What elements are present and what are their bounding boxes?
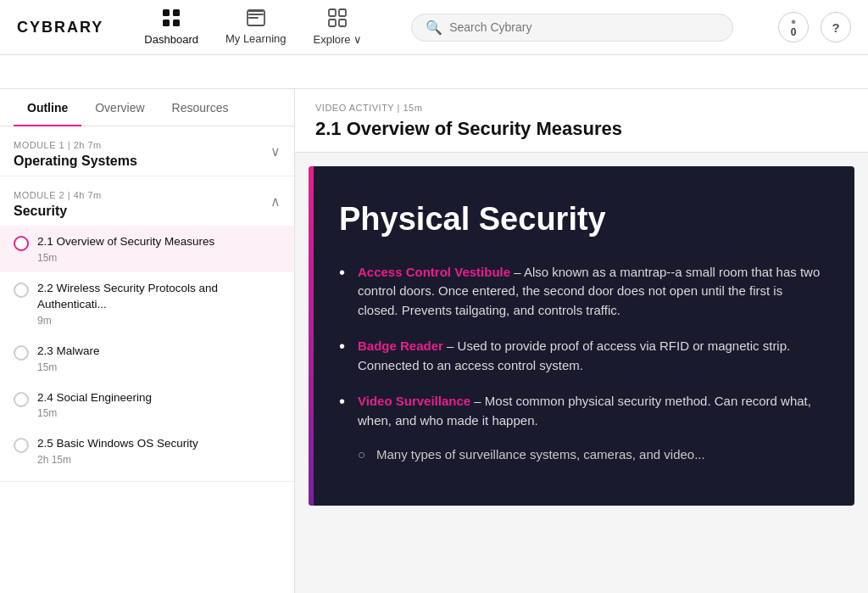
lesson-radio-2-2 <box>14 283 29 298</box>
search-icon: 🔍 <box>426 20 442 36</box>
sidebar: Outline Overview Resources MODULE 1 | 2h… <box>0 89 295 593</box>
slide-term-2: Badge Reader <box>358 338 443 353</box>
help-icon: ? <box>832 20 839 35</box>
sidebar-tabs: Outline Overview Resources <box>0 89 294 126</box>
navbar-right: ● 0 ? <box>778 12 851 42</box>
slide-title: Physical Security <box>339 200 824 239</box>
slide-bullet-1: • Access Control Vestibule – Also known … <box>339 263 824 321</box>
nav-label-my-learning: My Learning <box>225 32 287 45</box>
tab-resources[interactable]: Resources <box>159 89 242 126</box>
explore-icon <box>328 8 347 30</box>
module-1-label: MODULE 1 | 2h 7m <box>14 140 137 150</box>
sub-bullet-dot: ○ <box>358 447 368 462</box>
lesson-radio-2-3 <box>14 345 29 361</box>
lesson-duration-2-2: 9m <box>37 315 281 327</box>
slide-sub-text-1: Many types of surveillance systems, came… <box>376 447 705 462</box>
tab-overview[interactable]: Overview <box>81 89 158 126</box>
activity-label: VIDEO ACTIVITY | 15m <box>315 103 848 113</box>
lesson-duration-2-5: 2h 15m <box>37 454 198 466</box>
nav-items: Dashboard My Learning Explor <box>132 2 374 53</box>
lesson-title-2-4: 2.4 Social Engineering <box>37 390 152 406</box>
svg-rect-0 <box>163 9 170 16</box>
slide-bullet-2: • Badge Reader – Used to provide proof o… <box>339 337 824 375</box>
lesson-item-2-4[interactable]: 2.4 Social Engineering 15m <box>0 382 294 428</box>
lesson-title-2-5: 2.5 Basic Windows OS Security <box>37 436 198 452</box>
nav-item-explore[interactable]: Explore ∨ <box>302 2 375 53</box>
slide-accent-bar <box>309 166 314 506</box>
lesson-radio-2-5 <box>14 438 29 453</box>
bullet-dot-3: • <box>339 393 349 410</box>
lesson-title-2-2: 2.2 Wireless Security Protocols and Auth… <box>37 281 281 313</box>
nav-item-dashboard[interactable]: Dashboard <box>132 2 210 53</box>
search-bar: 🔍 <box>411 14 733 42</box>
bullet-dot-1: • <box>339 264 349 281</box>
lesson-duration-2-1: 15m <box>37 252 214 264</box>
slide-container: Physical Security • Access Control Vesti… <box>309 166 854 506</box>
search-input[interactable] <box>449 20 719 34</box>
lesson-item-2-3[interactable]: 2.3 Malware 15m <box>0 335 294 382</box>
lesson-item-2-2[interactable]: 2.2 Wireless Security Protocols and Auth… <box>0 272 294 335</box>
bullet-dot-2: • <box>339 338 349 355</box>
svg-rect-3 <box>173 20 180 26</box>
lesson-item-2-5[interactable]: 2.5 Basic Windows OS Security 2h 15m <box>0 428 294 474</box>
content-body: Physical Security • Access Control Vesti… <box>295 166 868 506</box>
lesson-radio-2-4 <box>14 392 29 407</box>
module-1-chevron-down-icon: ∨ <box>270 143 281 159</box>
module-section-2: MODULE 2 | 4h 7m Security ∧ 2.1 Overview… <box>0 176 294 482</box>
slide-term-3: Video Surveillance <box>358 394 470 408</box>
nav-label-explore: Explore ∨ <box>314 33 363 46</box>
svg-rect-8 <box>339 20 346 26</box>
content-area: VIDEO ACTIVITY | 15m 2.1 Overview of Sec… <box>295 89 868 593</box>
nav-label-dashboard: Dashboard <box>144 33 198 46</box>
navbar: CYBRARY Dashboard My Learning <box>0 0 868 55</box>
slide-sub-bullet-1: ○ Many types of surveillance systems, ca… <box>358 447 824 462</box>
main-layout: Outline Overview Resources MODULE 1 | 2h… <box>0 89 868 593</box>
score-badge: 0 <box>791 26 797 38</box>
module-2-title: Security <box>14 204 102 219</box>
svg-rect-7 <box>329 20 336 26</box>
lesson-radio-2-1 <box>14 236 29 251</box>
module-2-chevron-up-icon: ∧ <box>270 193 281 210</box>
logo: CYBRARY <box>17 19 103 36</box>
module-2-label: MODULE 2 | 4h 7m <box>14 190 102 200</box>
lesson-list-module-2: 2.1 Overview of Security Measures 15m 2.… <box>0 226 294 481</box>
content-title: 2.1 Overview of Security Measures <box>315 118 848 140</box>
nav-item-my-learning[interactable]: My Learning <box>214 3 298 52</box>
svg-rect-1 <box>173 9 180 16</box>
lesson-duration-2-3: 15m <box>37 361 100 373</box>
lesson-title-2-1: 2.1 Overview of Security Measures <box>37 234 214 250</box>
sidebar-content: MODULE 1 | 2h 7m Operating Systems ∨ MOD… <box>0 126 294 593</box>
score-button[interactable]: ● 0 <box>778 12 809 42</box>
module-2-header[interactable]: MODULE 2 | 4h 7m Security ∧ <box>0 176 294 226</box>
dashboard-icon <box>162 8 181 30</box>
slide-bullet-3: • Video Surveillance – Most common physi… <box>339 392 824 430</box>
lesson-duration-2-4: 15m <box>37 407 152 419</box>
svg-rect-6 <box>339 9 346 16</box>
lesson-item-2-1[interactable]: 2.1 Overview of Security Measures 15m <box>0 226 294 272</box>
tab-outline[interactable]: Outline <box>14 89 81 126</box>
svg-rect-2 <box>163 20 170 26</box>
my-learning-icon <box>247 9 265 29</box>
sub-header <box>0 55 868 89</box>
module-1-title: Operating Systems <box>14 154 137 169</box>
slide-term-1: Access Control Vestibule <box>358 265 510 279</box>
content-header: VIDEO ACTIVITY | 15m 2.1 Overview of Sec… <box>295 89 868 153</box>
svg-rect-5 <box>329 9 336 16</box>
help-button[interactable]: ? <box>821 12 851 42</box>
module-section-1: MODULE 1 | 2h 7m Operating Systems ∨ <box>0 126 294 176</box>
lesson-title-2-3: 2.3 Malware <box>37 344 100 360</box>
module-1-header[interactable]: MODULE 1 | 2h 7m Operating Systems ∨ <box>0 126 294 176</box>
